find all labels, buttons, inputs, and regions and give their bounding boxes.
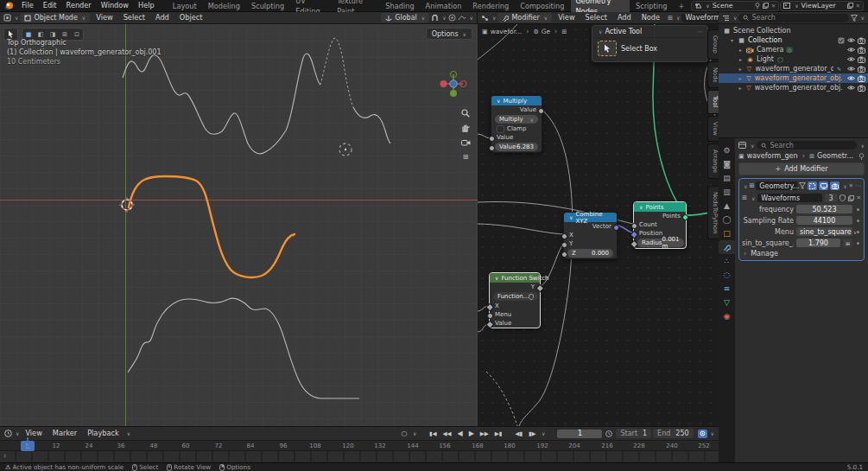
expand-arrow[interactable]: ▸ [738, 66, 743, 72]
fake-user-shield-icon[interactable] [839, 194, 846, 201]
outliner-search-input[interactable]: Search [738, 14, 848, 22]
viewlayer-selector[interactable]: ∨ ViewLayer ✕ [780, 1, 864, 11]
expand-arrow[interactable]: ▸ [738, 85, 743, 91]
waveform-curve-active[interactable] [129, 176, 295, 277]
properties-type-icon[interactable] [738, 142, 746, 149]
outliner-row-camera[interactable]: ▸ Camera ◎ [719, 45, 868, 54]
transform-orientation-dropdown[interactable]: Global ∨ [381, 13, 429, 22]
timeline-menu-view[interactable]: View [21, 428, 46, 439]
disable-render-camera-icon[interactable] [858, 66, 865, 73]
breadcrumb-modifier[interactable]: Ge [542, 28, 550, 35]
workspace-tab-modeling[interactable]: Modeling [203, 1, 245, 11]
z-value-field[interactable]: Z0.000 [567, 249, 613, 258]
input-socket[interactable] [561, 242, 567, 248]
input-socket[interactable] [487, 313, 493, 319]
viewport-menu-object[interactable]: Object [175, 12, 207, 23]
outliner-row-waveform-obj-002[interactable]: ▸ ▽ waveform_generator_obj.002 [719, 83, 868, 92]
node-group-name-field[interactable]: Waveforms [757, 194, 822, 202]
filter-funnel-icon[interactable] [851, 15, 858, 22]
tab-tool[interactable]: ⚙ [719, 143, 735, 157]
panel-collapse-caret[interactable]: ∨ [744, 183, 747, 189]
mode-dropdown[interactable]: Object Mode ∨ [20, 13, 90, 22]
outliner-row-waveform-obj[interactable]: ▸ ▽ waveform_generator_obj ✎ [719, 64, 868, 73]
properties-type-caret[interactable]: ∨ [751, 143, 754, 149]
expand-arrow[interactable]: ▾ [729, 37, 735, 43]
zoom-icon[interactable] [459, 106, 472, 119]
timeline-ruler[interactable]: 12 24 36 48 60 72 84 96 108 120 132 144 … [0, 441, 719, 451]
hide-eye-icon[interactable] [847, 37, 855, 43]
tab-constraints[interactable]: ≡ [719, 282, 735, 296]
animate-decorator[interactable] [857, 242, 859, 245]
hide-eye-icon[interactable] [847, 85, 855, 91]
hide-eye-icon[interactable] [847, 75, 855, 81]
nodetree-browse-caret[interactable]: ∨ [676, 15, 680, 21]
outliner-row-light[interactable]: ▸ ◉ Light ◯ [719, 54, 868, 64]
node-menu-add[interactable]: Add [613, 12, 636, 23]
animate-decorator[interactable] [857, 231, 859, 233]
node-multiply[interactable]: ∨ Multiply Value Multiply∨ Clamp Value V… [491, 95, 542, 153]
scene-selector[interactable]: ∨ Scene ✕ [691, 1, 779, 11]
tab-render[interactable]: ◙ [719, 157, 735, 171]
play-button[interactable]: ▶ [466, 430, 476, 437]
tab-particles[interactable]: ∴ [719, 254, 735, 268]
scene-name[interactable]: Scene [713, 2, 752, 10]
tab-group[interactable]: Group [707, 29, 719, 60]
viewlayer-name[interactable]: ViewLayer [801, 2, 845, 10]
delete-scene-icon[interactable]: ✕ [771, 3, 776, 10]
input-socket[interactable] [561, 233, 567, 239]
editor-type-icon[interactable] [3, 14, 11, 22]
falloff-icon[interactable] [458, 14, 466, 22]
viewport-3d[interactable]: ■ ◧ ◨ ⊞ ⊡ Options ∨ Top Orthographic (1)… [0, 24, 478, 426]
sin-to-square-field[interactable]: 1.790 [796, 239, 840, 247]
clamp-checkbox[interactable]: Clamp [491, 124, 542, 133]
tab-tool[interactable]: Tool [707, 90, 719, 113]
blender-logo-icon[interactable] [4, 2, 14, 10]
frame-start-field[interactable]: Start1 [616, 429, 651, 438]
tab-scene[interactable]: ▲ [719, 199, 735, 213]
properties-search-input[interactable]: Search [757, 141, 856, 150]
auto-keying-record-button[interactable]: ○ [399, 430, 409, 437]
timeline-menu-marker[interactable]: Marker [48, 428, 81, 439]
node-group-selector[interactable]: Function... [493, 292, 538, 301]
expand-arrow[interactable]: ▸ [738, 75, 743, 81]
exclude-checkbox-icon[interactable] [838, 37, 845, 44]
outliner-type-icon[interactable] [722, 15, 730, 22]
scene-browse-caret[interactable]: ∨ [706, 3, 709, 9]
output-socket[interactable] [682, 214, 688, 220]
select-box-tool-button[interactable] [598, 41, 617, 56]
tab-object-data[interactable]: ▽ [719, 296, 735, 309]
input-socket[interactable] [489, 136, 495, 142]
node-editor-type-icon[interactable] [481, 15, 489, 22]
tab-view[interactable]: View [707, 116, 719, 142]
tab-material[interactable]: ◉ [719, 309, 735, 323]
show-in-editmode-funnel-icon[interactable] [799, 182, 806, 189]
snap-magnet-icon[interactable] [431, 14, 439, 22]
timeline-type-icon[interactable] [4, 430, 12, 437]
tab-physics[interactable]: ◌ [719, 268, 735, 282]
workspace-tab-layout[interactable]: Layout [168, 1, 202, 11]
timeline-channels[interactable]: › [0, 451, 719, 461]
outliner-row-waveform-obj-001[interactable]: ▸ ▽ waveform_generator_obj.001 [719, 73, 868, 83]
workspace-tab-shading[interactable]: Shading [380, 1, 419, 11]
workspace-tab-animation[interactable]: Animation [421, 1, 467, 11]
pin-icon[interactable] [858, 153, 865, 160]
sampling-rate-field[interactable]: 44100 [796, 216, 852, 225]
operation-dropdown[interactable]: Multiply∨ [495, 115, 538, 124]
manage-subpanel-header[interactable]: › Manage [742, 250, 861, 258]
viewport-menu-view[interactable]: View [92, 12, 117, 23]
node-editor-type-caret[interactable]: ∨ [492, 15, 496, 21]
next-frame-button[interactable]: ▮▶ [526, 430, 538, 437]
toggle-render-display[interactable] [830, 181, 839, 190]
input-socket[interactable] [489, 145, 495, 151]
navigation-gizmo[interactable] [439, 69, 468, 99]
remove-viewlayer-icon[interactable]: ✕ [856, 3, 860, 10]
snap-caret[interactable]: ∨ [442, 15, 446, 21]
node-menu-node[interactable]: Node [637, 12, 664, 23]
toggle-on-cage[interactable] [808, 181, 817, 190]
viewport-options-button[interactable]: Options ∨ [426, 28, 472, 40]
new-scene-icon[interactable] [763, 3, 769, 9]
disable-render-camera-icon[interactable] [858, 37, 865, 44]
viewlayer-browse-caret[interactable]: ∨ [795, 3, 798, 9]
expand-arrow[interactable]: ▸ [738, 47, 744, 53]
breadcrumb-modifier[interactable]: Geometr... [817, 152, 853, 160]
